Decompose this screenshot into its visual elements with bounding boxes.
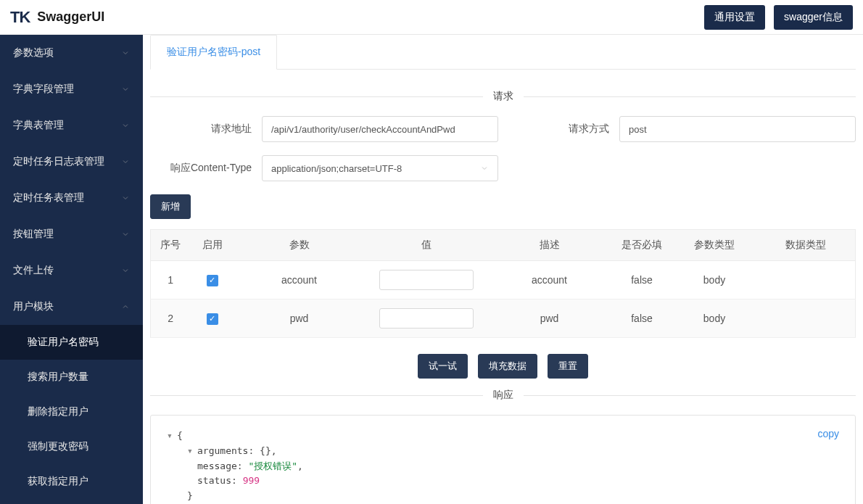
cell-required: false (611, 299, 673, 338)
enable-checkbox[interactable]: ✓ (207, 313, 218, 325)
sidebar-item-3[interactable]: 定时任务日志表管理 (0, 144, 143, 180)
sidebar-item-label: 按钮管理 (13, 228, 54, 241)
col-required: 是否必填 (611, 230, 673, 261)
cell-required: false (611, 261, 673, 299)
try-button[interactable]: 试一试 (418, 354, 468, 379)
sidebar-sub-1[interactable]: 搜索用户数量 (0, 360, 143, 394)
sidebar-sub-0[interactable]: 验证用户名密码 (0, 325, 143, 360)
content-type-value: application/json;charset=UTF-8 (271, 163, 402, 174)
url-label: 请求地址 (150, 123, 252, 136)
sidebar-item-label: 定时任务日志表管理 (13, 155, 104, 168)
fill-button[interactable]: 填充数据 (478, 354, 537, 379)
value-input[interactable] (379, 308, 474, 329)
col-dtype: 数据类型 (756, 230, 856, 261)
cell-ptype: body (673, 261, 756, 299)
logo: TK (10, 8, 30, 27)
chevron-icon (121, 85, 130, 94)
col-param: 参数 (234, 230, 365, 261)
cell-param: account (234, 261, 365, 299)
chevron-icon (121, 157, 130, 166)
sidebar-item-label: 字典表管理 (13, 119, 64, 132)
response-json: copy ▾{ ▾arguments: {}, message: "授权错误",… (150, 415, 856, 504)
app-title: SwaggerUI (37, 9, 104, 25)
chevron-icon (121, 194, 130, 202)
content-type-label: 响应Content-Type (150, 162, 252, 175)
col-value: 值 (365, 230, 488, 261)
sidebar-sub-5[interactable]: 获取用户列表 (0, 499, 143, 504)
sidebar-item-5[interactable]: 按钮管理 (0, 216, 143, 252)
cell-no: 1 (151, 261, 191, 299)
cell-ptype: body (673, 299, 756, 338)
chevron-icon (121, 121, 130, 130)
sidebar-sub-2[interactable]: 删除指定用户 (0, 394, 143, 429)
chevron-icon (121, 49, 130, 57)
cell-desc: account (488, 261, 611, 299)
method-input[interactable] (619, 116, 856, 142)
chevron-icon (121, 230, 130, 239)
content-type-select[interactable]: application/json;charset=UTF-8 (262, 155, 498, 181)
sidebar-item-4[interactable]: 定时任务表管理 (0, 180, 143, 216)
params-table: 序号 启用 参数 值 描述 是否必填 参数类型 数据类型 1✓accountac… (150, 229, 856, 338)
sidebar-item-0[interactable]: 参数选项 (0, 35, 143, 71)
sidebar-sub-3[interactable]: 强制更改密码 (0, 429, 143, 464)
reset-button[interactable]: 重置 (548, 354, 588, 379)
copy-button[interactable]: copy (817, 426, 839, 442)
chevron-down-icon (480, 164, 489, 173)
sidebar-item-2[interactable]: 字典表管理 (0, 107, 143, 144)
sidebar-item-label: 文件上传 (13, 264, 54, 277)
settings-button[interactable]: 通用设置 (704, 5, 765, 30)
table-row: 2✓pwdpwdfalsebody (151, 299, 856, 338)
tab-active[interactable]: 验证用户名密码-post (150, 35, 277, 70)
section-response-label: 响应 (483, 389, 524, 402)
sidebar-item-label: 字典字段管理 (13, 83, 74, 96)
cell-param: pwd (234, 299, 365, 338)
col-ptype: 参数类型 (673, 230, 756, 261)
cell-dtype (756, 299, 856, 338)
sidebar-item-label: 参数选项 (13, 46, 54, 59)
sidebar: 参数选项字典字段管理字典表管理定时任务日志表管理定时任务表管理按钮管理文件上传用… (0, 35, 143, 504)
swagger-info-button[interactable]: swagger信息 (774, 5, 853, 30)
col-desc: 描述 (488, 230, 611, 261)
col-enable: 启用 (191, 230, 234, 261)
sidebar-item-label: 用户模块 (13, 300, 54, 313)
url-input[interactable] (262, 116, 498, 142)
enable-checkbox[interactable]: ✓ (207, 275, 218, 286)
col-no: 序号 (151, 230, 191, 261)
method-label: 请求方式 (551, 123, 609, 136)
sidebar-item-7[interactable]: 用户模块 (0, 289, 143, 325)
value-input[interactable] (379, 270, 474, 290)
table-row: 1✓accountaccountfalsebody (151, 261, 856, 299)
chevron-icon (121, 266, 130, 275)
cell-no: 2 (151, 299, 191, 338)
add-button[interactable]: 新增 (150, 194, 191, 219)
sidebar-item-6[interactable]: 文件上传 (0, 252, 143, 289)
toggle-icon[interactable]: ▾ (167, 429, 177, 444)
toggle-icon[interactable]: ▾ (187, 444, 197, 459)
chevron-icon (121, 302, 130, 311)
cell-desc: pwd (488, 299, 611, 338)
cell-dtype (756, 261, 856, 299)
sidebar-sub-4[interactable]: 获取指定用户 (0, 464, 143, 499)
section-request-label: 请求 (483, 90, 524, 103)
sidebar-item-1[interactable]: 字典字段管理 (0, 71, 143, 107)
sidebar-item-label: 定时任务表管理 (13, 191, 84, 205)
